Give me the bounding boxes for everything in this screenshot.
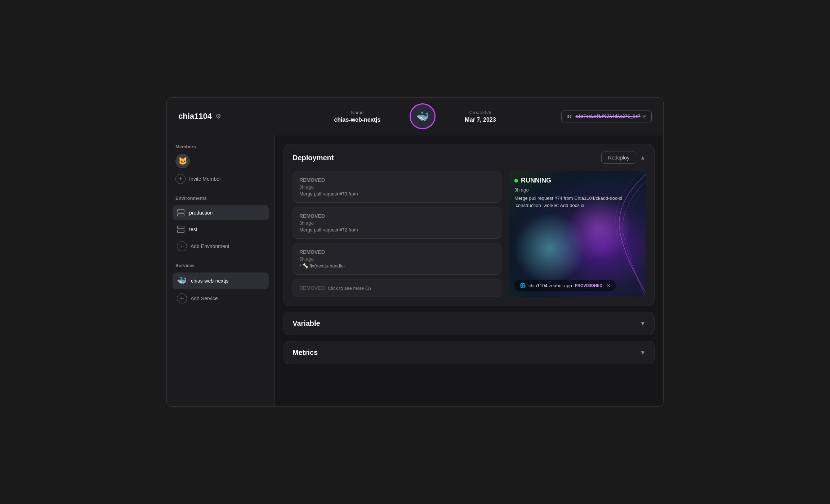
server-icon (177, 209, 185, 217)
invite-member-button[interactable]: + Invite Member (173, 171, 269, 187)
svg-rect-4 (178, 226, 184, 229)
deployment-list: REMOVED 3h ago Merge pull request #73 fr… (293, 171, 501, 297)
service-logo-ring: 🐳 (410, 103, 436, 129)
metrics-card[interactable]: Metrics ▼ (284, 341, 655, 364)
deployment-body: REMOVED 3h ago Merge pull request #73 fr… (284, 171, 654, 306)
see-more-item[interactable]: REMOVED Click to see more (1) (293, 279, 501, 297)
chevron-down-metrics-icon[interactable]: ▼ (640, 350, 646, 356)
service-item-chias-web-nextjs[interactable]: 🐳 chias-web-nextjs (173, 273, 269, 289)
header-center: Name chias-web-nextjs 🐳 Created At Mar 7… (334, 103, 496, 129)
deploy-status-2: REMOVED (299, 249, 495, 255)
id-prefix: ID: (567, 114, 573, 119)
provisioned-badge: PROVISIONED (575, 283, 602, 288)
variable-card[interactable]: Variable ▼ (284, 312, 655, 335)
services-section: Services 🐳 chias-web-nextjs + Add Servic… (173, 263, 269, 306)
header-divider-1 (395, 108, 395, 125)
see-more-link[interactable]: Click to see more (1) (328, 285, 371, 291)
deploy-item-2[interactable]: REMOVED 5h ago * 🦴 fix(nextjs-bundle- (293, 243, 501, 275)
service-name-block: Name chias-web-nextjs (334, 110, 380, 123)
deploy-msg-0: Merge pull request #73 from (299, 191, 495, 197)
running-time: 3h ago (514, 187, 640, 193)
deploy-item-0[interactable]: REMOVED 3h ago Merge pull request #73 fr… (293, 171, 501, 203)
running-status-row: RUNNING (514, 177, 640, 184)
deploy-status-1: REMOVED (299, 213, 495, 219)
running-content: RUNNING 3h ago Merge pull request #74 fr… (509, 171, 646, 297)
svg-rect-0 (178, 210, 184, 212)
chevron-down-variable-icon[interactable]: ▼ (640, 320, 646, 327)
domain-badge[interactable]: 🌐 chia1104.zeabur.app PROVISIONED ✕ (514, 280, 616, 291)
members-title: Members (173, 144, 269, 149)
environments-section: Environments production test (173, 195, 269, 254)
header: chia1104 ⚙ Name chias-web-nextjs 🐳 Creat… (167, 98, 663, 135)
add-environment-button[interactable]: + Add Environment (173, 238, 269, 254)
globe-icon: 🌐 (519, 283, 526, 288)
env-item-test[interactable]: test (173, 222, 269, 237)
green-status-dot (514, 179, 518, 183)
copy-icon[interactable]: ⎘ (643, 114, 646, 119)
running-label: RUNNING (521, 177, 551, 184)
name-label: Name (334, 110, 380, 115)
domain-close-icon[interactable]: ✕ (607, 283, 611, 288)
plus-icon-service: + (177, 293, 187, 303)
member-avatar: 🐱 (175, 154, 190, 168)
content-area: Deployment Redeploy ▲ REMOVED 3h ago (275, 135, 663, 406)
metrics-title: Metrics (293, 348, 318, 357)
plus-icon: + (175, 174, 186, 184)
env-production-label: production (189, 210, 213, 216)
plus-icon-env: + (177, 241, 187, 251)
env-test-label: test (189, 226, 197, 232)
services-title: Services (173, 263, 269, 268)
deploy-time-0: 3h ago (299, 184, 495, 190)
deploy-item-1[interactable]: REMOVED 3h ago Merge pull request #72 fr… (293, 207, 501, 239)
redeploy-label: Redeploy (608, 155, 629, 161)
workspace-name: chia1104 (178, 112, 212, 121)
sidebar: Members 🐱 + Invite Member Environments p… (167, 135, 275, 406)
deploy-time-1: 3h ago (299, 220, 495, 226)
domain-text: chia1104.zeabur.app (528, 283, 572, 288)
deployment-title: Deployment (293, 154, 334, 162)
created-value: Mar 7, 2023 (465, 117, 496, 123)
id-block: ID: c1a7ccLcfLf6JA4dAc276_0c7 ⎘ (561, 111, 652, 122)
running-message: Merge pull request #74 from Chia1104/ci/… (514, 195, 640, 209)
header-left: chia1104 ⚙ (178, 112, 223, 121)
svg-rect-1 (178, 213, 184, 216)
id-value: c1a7ccLcfLf6JA4dAc276_0c7 (575, 114, 641, 119)
chevron-up-icon[interactable]: ▲ (640, 154, 646, 161)
add-service-label: Add Service (191, 296, 218, 301)
deploy-status-0: REMOVED (299, 177, 495, 183)
members-section: Members 🐱 + Invite Member (173, 144, 269, 187)
created-at-block: Created At Mar 7, 2023 (465, 110, 496, 123)
name-value: chias-web-nextjs (334, 117, 380, 123)
main-body: Members 🐱 + Invite Member Environments p… (167, 135, 663, 406)
see-more-status: REMOVED (299, 285, 325, 291)
service-label: chias-web-nextjs (191, 278, 228, 284)
deployment-card: Deployment Redeploy ▲ REMOVED 3h ago (284, 144, 655, 306)
deployment-card-header: Deployment Redeploy ▲ (284, 144, 654, 171)
docker-service-icon: 🐳 (177, 276, 187, 285)
deploy-time-2: 5h ago (299, 256, 495, 262)
env-item-production[interactable]: production (173, 205, 269, 220)
environments-title: Environments (173, 195, 269, 201)
deploy-msg-2: * 🦴 fix(nextjs-bundle- (299, 263, 495, 269)
invite-member-label: Invite Member (189, 176, 221, 182)
running-top: RUNNING 3h ago Merge pull request #74 fr… (514, 177, 640, 209)
variable-title: Variable (293, 319, 320, 328)
server-icon-test (177, 225, 185, 233)
deploy-msg-1: Merge pull request #72 from (299, 227, 495, 233)
redeploy-button[interactable]: Redeploy (601, 152, 636, 164)
header-divider-2 (450, 108, 450, 125)
running-panel: RUNNING 3h ago Merge pull request #74 fr… (509, 171, 646, 297)
created-label: Created At (465, 110, 496, 115)
add-service-button[interactable]: + Add Service (173, 291, 269, 306)
docker-icon: 🐳 (416, 111, 429, 122)
settings-icon[interactable]: ⚙ (215, 112, 223, 120)
id-badge: ID: c1a7ccLcfLf6JA4dAc276_0c7 ⎘ (561, 111, 652, 122)
app-window: chia1104 ⚙ Name chias-web-nextjs 🐳 Creat… (166, 97, 664, 407)
svg-rect-5 (178, 230, 184, 233)
add-environment-label: Add Environment (191, 243, 229, 249)
